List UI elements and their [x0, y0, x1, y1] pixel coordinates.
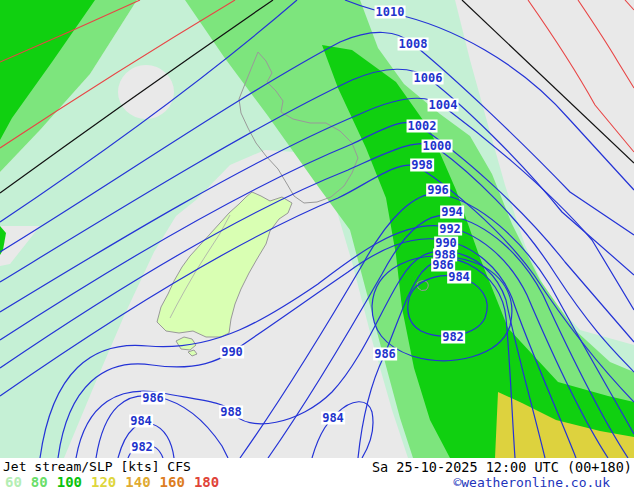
scale-value-160: 160	[160, 474, 185, 490]
legend-bar: Jet stream/SLP [kts] CFS Sa 25-10-2025 1…	[0, 458, 634, 490]
scale-value-120: 120	[91, 474, 116, 490]
gray-gap-blob	[118, 65, 174, 119]
jet-speed-scale: 6080100120140160180	[5, 474, 228, 490]
copyright-link[interactable]: ©weatheronline.co.uk	[453, 475, 610, 490]
scale-value-180: 180	[194, 474, 219, 490]
scale-value-140: 140	[125, 474, 150, 490]
valid-datetime: Sa 25-10-2025 12:00 UTC (00+180)	[372, 459, 632, 475]
weather-map-app: 1010100810061004100210009989969949929909…	[0, 0, 634, 490]
scale-value-80: 80	[31, 474, 48, 490]
map-canvas[interactable]: 1010100810061004100210009989969949929909…	[0, 0, 634, 458]
scale-value-60: 60	[5, 474, 22, 490]
scale-value-100: 100	[57, 474, 82, 490]
product-title: Jet stream/SLP [kts] CFS	[3, 459, 191, 474]
